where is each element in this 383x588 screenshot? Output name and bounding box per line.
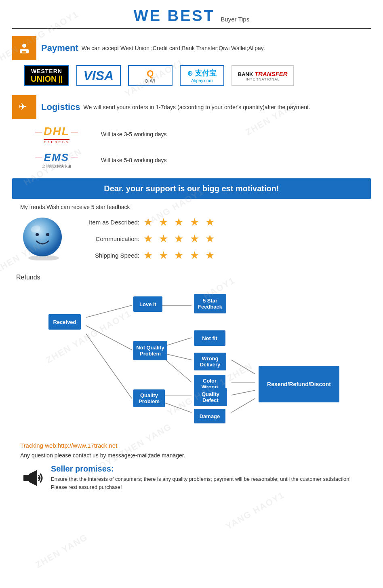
svg-line-22: [231, 390, 255, 395]
page-header: WE BEST Buyer Tips: [12, 0, 371, 29]
stars-2: ★ ★ ★ ★ ★: [143, 233, 216, 245]
svg-text:✈: ✈: [19, 101, 27, 112]
logistics-section: ✈ Logistics We will send yours orders in…: [12, 95, 371, 169]
node-love-it: Love it: [133, 296, 162, 312]
svg-line-19: [164, 402, 192, 412]
speaker-icon: [20, 464, 44, 489]
refunds-label: Refunds: [16, 274, 40, 281]
svg-point-9: [46, 233, 49, 236]
stars-1: ★ ★ ★ ★ ★: [143, 216, 216, 228]
feedback-section: My frends.Wish can receive 5 star feedba…: [12, 204, 371, 262]
svg-rect-3: [22, 51, 26, 53]
ems-row: ═══ EMS ═══ 全球邮政特快专递 Will take 5-8 worki…: [24, 151, 371, 169]
dhl-logo: ═══ DHL ═══ EXPRESS: [24, 125, 89, 144]
payment-section: Payment We can accept West Union ;Credit…: [12, 36, 371, 86]
star-row-2: Communication: ★ ★ ★ ★ ★: [77, 233, 363, 245]
tracking-web: Tracking web:http://www.17track.net: [20, 442, 371, 449]
alipay-logo: ⊕ 支付宝 Alipay.com: [180, 65, 224, 86]
svg-line-17: [166, 360, 192, 382]
ems-note: Will take 5-8 working days: [101, 157, 167, 163]
dhl-note: Will take 3-5 working days: [101, 131, 167, 137]
svg-point-25: [38, 477, 40, 479]
logistics-icon: ✈: [12, 95, 36, 119]
star-label-2: Communication:: [77, 235, 139, 242]
svg-rect-24: [23, 475, 29, 481]
node-quality-problem: Quality Problem: [133, 389, 165, 407]
star-label-1: Item as Described:: [77, 219, 139, 226]
svg-line-15: [166, 338, 192, 346]
node-resend: Resend/Refund/Discont: [259, 366, 339, 402]
star-label-3: Shipping Speed:: [77, 252, 139, 259]
logistics-text: We will send yours orders in 1-7days (ac…: [84, 104, 310, 110]
svg-point-1: [22, 44, 26, 48]
svg-line-12: [86, 326, 132, 350]
svg-line-16: [166, 354, 192, 360]
tracking-note: Any question please contact us by messag…: [20, 452, 371, 459]
svg-point-8: [36, 233, 39, 236]
star-row-3: Shipping Speed: ★ ★ ★ ★ ★: [77, 249, 363, 262]
svg-point-6: [23, 218, 62, 256]
promises-title: Seller promises:: [51, 464, 363, 474]
stars-3: ★ ★ ★ ★ ★: [143, 249, 216, 262]
seller-promises-section: Seller promises: Ensure that the interes…: [20, 464, 363, 491]
western-union-logo: WESTERN UNION ||: [24, 65, 69, 86]
svg-point-10: [28, 255, 59, 260]
ems-logo: ═══ EMS ═══ 全球邮政特快专递: [24, 151, 89, 169]
node-quality-defect: Quality Defect: [194, 388, 227, 406]
bank-transfer-logo: BANK TRANSFER INTERNATIONAL: [231, 65, 294, 86]
node-not-quality: Not Quality Problem: [133, 341, 167, 360]
node-received: Received: [48, 314, 81, 330]
node-wrong-delivery: Wrong Delivery: [194, 353, 226, 370]
feedback-stars: Item as Described: ★ ★ ★ ★ ★ Communicati…: [77, 216, 363, 262]
payment-logos: WESTERN UNION || VISA Q QIWI: [24, 65, 371, 86]
node-damage: Damage: [194, 409, 225, 423]
svg-line-20: [231, 360, 255, 374]
qiwi-logo: Q QIWI: [128, 65, 173, 86]
tracking-section: Tracking web:http://www.17track.net Any …: [20, 442, 371, 459]
svg-line-13: [86, 334, 132, 398]
payment-icon: [12, 36, 36, 60]
payment-text: We can accept West Union ;Credit card;Ba…: [82, 45, 265, 51]
motivation-banner: Dear. your support is our bigg est motiv…: [12, 178, 371, 199]
svg-line-23: [231, 398, 255, 412]
refunds-section: Refunds: [12, 274, 371, 431]
logistics-label: Logistics: [41, 102, 80, 112]
node-five-star: 5 Star Feedback: [194, 294, 226, 313]
page-subtitle: Buyer Tips: [221, 16, 249, 23]
page-title: WE BEST: [134, 7, 215, 25]
dhl-row: ═══ DHL ═══ EXPRESS Will take 3-5 workin…: [24, 125, 371, 144]
node-not-fit: Not fit: [194, 330, 225, 346]
payment-label: Payment: [41, 43, 78, 53]
star-row-1: Item as Described: ★ ★ ★ ★ ★: [77, 216, 363, 228]
svg-line-11: [86, 305, 132, 317]
visa-logo: VISA: [76, 65, 121, 86]
feedback-note: My frends.Wish can receive 5 star feedba…: [20, 204, 363, 210]
feedback-content: Item as Described: ★ ★ ★ ★ ★ Communicati…: [20, 216, 363, 262]
promises-text: Ensure that the interests of consumers; …: [51, 475, 363, 491]
promises-content: Seller promises: Ensure that the interes…: [51, 464, 363, 491]
